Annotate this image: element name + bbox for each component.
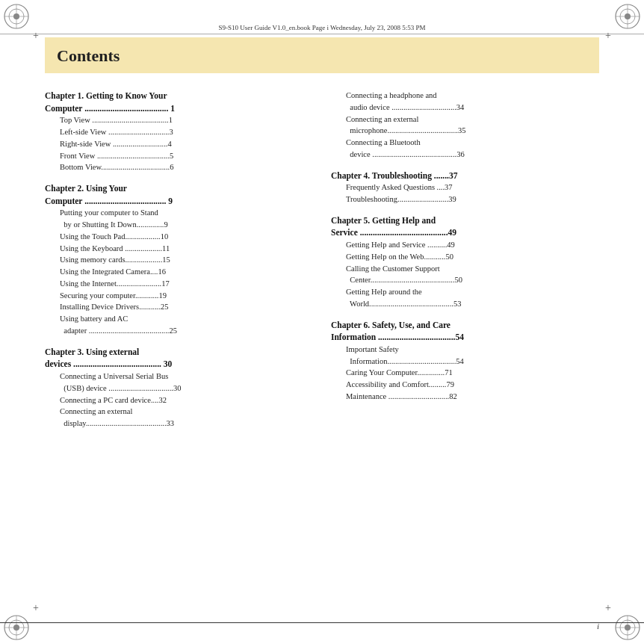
toc-faq: Frequently Asked Questions ....37 [331,182,599,193]
contents-title: Contents [57,46,120,65]
toc-touch-pad: Using the Touch Pad..................10 [45,231,313,243]
toc-headphone: Connecting a headphone and audio device … [331,90,599,114]
corner-decoration-tl [3,3,30,30]
toc-microphone: Connecting an external microphone.......… [331,114,599,137]
toc-help-world: Getting Help around the World...........… [331,286,599,310]
chapter-1-heading: Chapter 1. Getting to Know YourComputer … [45,90,313,114]
toc-maintenance: Maintenance ............................… [331,391,599,403]
toc-right-side-view: Right-side View ........................… [45,138,313,150]
toc-getting-help-service: Getting Help and Service ..........49 [331,239,599,251]
plus-marker-tl: + [30,30,42,42]
toc-customer-support: Calling the Customer Support Center.....… [331,263,599,287]
toc-left-column: Chapter 1. Getting to Know YourComputer … [45,90,313,430]
toc-top-view: Top View ...............................… [45,114,313,126]
plus-marker-tr: + [602,30,614,42]
content-area: Contents Chapter 1. Getting to Know Your… [45,37,599,607]
chapter-5-heading: Chapter 5. Getting Help andService .....… [331,214,599,239]
chapter-2-heading: Chapter 2. Using YourComputer ..........… [45,182,313,207]
toc-internet: Using the Internet......................… [45,278,313,290]
toc-right-column: Connecting a headphone and audio device … [331,90,599,430]
toc-left-side-view: Left-side View .........................… [45,126,313,138]
toc-getting-help-web: Getting Help on the Web...........50 [331,251,599,263]
bottom-border [0,622,644,623]
toc-pc-card: Connecting a PC card device....32 [45,394,313,406]
toc-accessibility: Accessibility and Comfort.........79 [331,379,599,391]
toc-integrated-camera: Using the Integrated Camera....16 [45,266,313,278]
corner-decoration-tr [614,3,641,30]
toc-front-view: Front View .............................… [45,150,313,162]
toc-usb: Connecting a Universal Serial Bus (USB) … [45,371,313,394]
header-bar: S9-S10 User Guide V1.0_en.book Page i We… [0,21,644,34]
toc-safety-info: Important Safety Information............… [331,344,599,368]
page: S9-S10 User Guide V1.0_en.book Page i We… [0,0,644,644]
chapter-6-heading: Chapter 6. Safety, Use, and CareInformat… [331,319,599,344]
plus-marker-br: + [602,602,614,614]
toc-keyboard: Using the Keyboard ...................11 [45,243,313,255]
chapter-3-heading: Chapter 3. Using externaldevices .......… [45,346,313,371]
toc-securing: Securing your computer............19 [45,290,313,302]
plus-marker-bl: + [30,602,42,614]
corner-decoration-br [614,614,641,641]
toc-bottom-view: Bottom View.............................… [45,161,313,173]
toc-battery: Using battery and AC adapter ...........… [45,313,313,337]
chapter-4-heading: Chapter 4. Troubleshooting .......37 [331,170,599,182]
toc-columns: Chapter 1. Getting to Know YourComputer … [45,90,599,430]
toc-caring-computer: Caring Your Computer..............71 [331,367,599,379]
corner-decoration-bl [3,614,30,641]
toc-troubleshooting: Troubleshooting.........................… [331,193,599,205]
toc-putting-computer: Putting your computer to Stand by or Shu… [45,207,313,231]
toc-external-display: Connecting an external display..........… [45,406,313,430]
contents-header: Contents [45,37,599,73]
toc-bluetooth: Connecting a Bluetooth device ..........… [331,137,599,161]
header-text: S9-S10 User Guide V1.0_en.book Page i We… [218,24,425,31]
toc-device-drivers: Installing Device Drivers...........25 [45,301,313,313]
toc-memory-cards: Using memory cards...................15 [45,254,313,266]
